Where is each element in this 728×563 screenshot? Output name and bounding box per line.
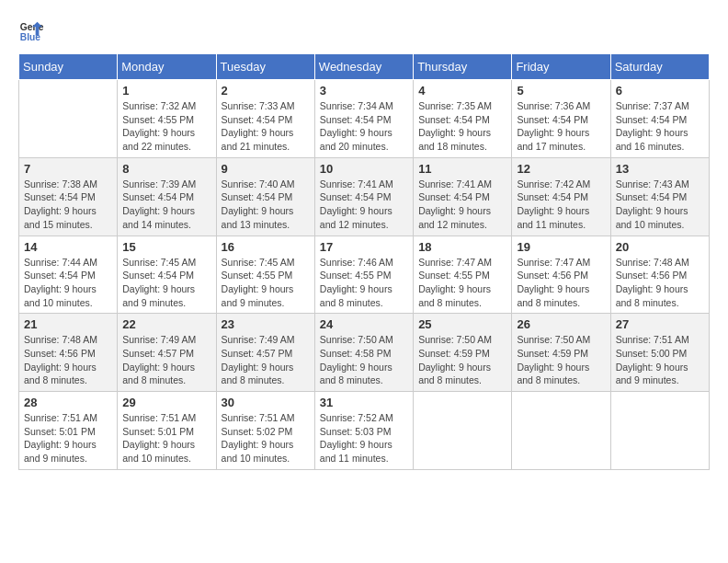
day-info: Sunrise: 7:51 AM Sunset: 5:01 PM Dayligh…	[24, 411, 112, 465]
weekday-header-wednesday: Wednesday	[314, 54, 413, 80]
day-info: Sunrise: 7:49 AM Sunset: 4:57 PM Dayligh…	[222, 333, 310, 387]
calendar-day-2: 2Sunrise: 7:33 AM Sunset: 4:54 PM Daylig…	[216, 80, 314, 158]
calendar-day-31: 31Sunrise: 7:52 AM Sunset: 5:03 PM Dayli…	[314, 392, 413, 470]
day-number: 14	[24, 240, 112, 254]
calendar-day-28: 28Sunrise: 7:51 AM Sunset: 5:01 PM Dayli…	[19, 392, 118, 470]
day-number: 4	[418, 84, 506, 98]
day-number: 6	[616, 84, 704, 98]
calendar-day-23: 23Sunrise: 7:49 AM Sunset: 4:57 PM Dayli…	[216, 314, 314, 392]
calendar-body: 1Sunrise: 7:32 AM Sunset: 4:55 PM Daylig…	[19, 80, 710, 470]
calendar-day-18: 18Sunrise: 7:47 AM Sunset: 4:55 PM Dayli…	[414, 236, 512, 314]
day-info: Sunrise: 7:44 AM Sunset: 4:54 PM Dayligh…	[24, 256, 112, 310]
day-number: 8	[122, 162, 210, 176]
page-header: General Blue	[18, 18, 710, 44]
day-info: Sunrise: 7:49 AM Sunset: 4:57 PM Dayligh…	[122, 333, 210, 387]
day-info: Sunrise: 7:40 AM Sunset: 4:54 PM Dayligh…	[222, 178, 310, 232]
calendar-day-14: 14Sunrise: 7:44 AM Sunset: 4:54 PM Dayli…	[19, 236, 118, 314]
calendar-empty-cell	[414, 392, 512, 470]
day-info: Sunrise: 7:34 AM Sunset: 4:54 PM Dayligh…	[320, 99, 408, 154]
calendar-day-29: 29Sunrise: 7:51 AM Sunset: 5:01 PM Dayli…	[118, 392, 216, 470]
weekday-header-tuesday: Tuesday	[216, 54, 314, 80]
day-number: 24	[320, 317, 408, 331]
day-info: Sunrise: 7:36 AM Sunset: 4:54 PM Dayligh…	[517, 99, 605, 154]
day-number: 2	[222, 84, 310, 98]
day-info: Sunrise: 7:42 AM Sunset: 4:54 PM Dayligh…	[517, 178, 605, 232]
calendar-day-26: 26Sunrise: 7:50 AM Sunset: 4:59 PM Dayli…	[512, 314, 610, 392]
day-number: 11	[418, 162, 506, 176]
calendar-day-20: 20Sunrise: 7:48 AM Sunset: 4:56 PM Dayli…	[610, 236, 709, 314]
calendar-empty-cell	[512, 392, 610, 470]
day-number: 30	[222, 396, 310, 409]
day-number: 5	[517, 84, 605, 98]
calendar-day-5: 5Sunrise: 7:36 AM Sunset: 4:54 PM Daylig…	[512, 80, 610, 158]
weekday-header-saturday: Saturday	[610, 54, 709, 80]
svg-text:General: General	[20, 22, 44, 32]
calendar-day-4: 4Sunrise: 7:35 AM Sunset: 4:54 PM Daylig…	[414, 80, 512, 158]
calendar-day-27: 27Sunrise: 7:51 AM Sunset: 5:00 PM Dayli…	[610, 314, 709, 392]
day-number: 7	[24, 162, 112, 176]
day-info: Sunrise: 7:45 AM Sunset: 4:55 PM Dayligh…	[222, 256, 310, 310]
day-number: 21	[24, 317, 112, 331]
day-info: Sunrise: 7:41 AM Sunset: 4:54 PM Dayligh…	[320, 178, 408, 232]
calendar-day-13: 13Sunrise: 7:43 AM Sunset: 4:54 PM Dayli…	[610, 157, 709, 236]
calendar-week-row: 1Sunrise: 7:32 AM Sunset: 4:55 PM Daylig…	[19, 80, 710, 158]
calendar-week-row: 14Sunrise: 7:44 AM Sunset: 4:54 PM Dayli…	[19, 236, 710, 314]
day-info: Sunrise: 7:41 AM Sunset: 4:54 PM Dayligh…	[418, 178, 506, 232]
day-number: 27	[616, 317, 704, 331]
calendar-day-9: 9Sunrise: 7:40 AM Sunset: 4:54 PM Daylig…	[216, 157, 314, 236]
day-info: Sunrise: 7:35 AM Sunset: 4:54 PM Dayligh…	[418, 99, 506, 154]
calendar-day-19: 19Sunrise: 7:47 AM Sunset: 4:56 PM Dayli…	[512, 236, 610, 314]
calendar-day-1: 1Sunrise: 7:32 AM Sunset: 4:55 PM Daylig…	[118, 80, 216, 158]
calendar-day-7: 7Sunrise: 7:38 AM Sunset: 4:54 PM Daylig…	[19, 157, 118, 236]
day-number: 26	[517, 317, 605, 331]
day-number: 25	[418, 317, 506, 331]
calendar-day-21: 21Sunrise: 7:48 AM Sunset: 4:56 PM Dayli…	[19, 314, 118, 392]
day-info: Sunrise: 7:50 AM Sunset: 4:59 PM Dayligh…	[418, 333, 506, 387]
day-info: Sunrise: 7:51 AM Sunset: 5:02 PM Dayligh…	[222, 411, 310, 465]
calendar-week-row: 28Sunrise: 7:51 AM Sunset: 5:01 PM Dayli…	[19, 392, 710, 470]
day-info: Sunrise: 7:38 AM Sunset: 4:54 PM Dayligh…	[24, 178, 112, 232]
calendar-week-row: 7Sunrise: 7:38 AM Sunset: 4:54 PM Daylig…	[19, 157, 710, 236]
day-number: 10	[320, 162, 408, 176]
day-number: 20	[616, 240, 704, 254]
calendar-day-8: 8Sunrise: 7:39 AM Sunset: 4:54 PM Daylig…	[118, 157, 216, 236]
calendar-day-30: 30Sunrise: 7:51 AM Sunset: 5:02 PM Dayli…	[216, 392, 314, 470]
weekday-header-friday: Friday	[512, 54, 610, 80]
day-info: Sunrise: 7:37 AM Sunset: 4:54 PM Dayligh…	[616, 99, 704, 154]
calendar-empty-cell	[610, 392, 709, 470]
weekday-header-row: SundayMondayTuesdayWednesdayThursdayFrid…	[19, 54, 710, 80]
day-info: Sunrise: 7:32 AM Sunset: 4:55 PM Dayligh…	[122, 99, 210, 154]
day-info: Sunrise: 7:46 AM Sunset: 4:55 PM Dayligh…	[320, 256, 408, 310]
day-info: Sunrise: 7:52 AM Sunset: 5:03 PM Dayligh…	[320, 411, 408, 465]
day-info: Sunrise: 7:51 AM Sunset: 5:00 PM Dayligh…	[616, 333, 704, 387]
day-number: 15	[122, 240, 210, 254]
day-number: 23	[222, 317, 310, 331]
day-number: 17	[320, 240, 408, 254]
logo-icon: General Blue	[18, 18, 44, 44]
day-info: Sunrise: 7:43 AM Sunset: 4:54 PM Dayligh…	[616, 178, 704, 232]
day-number: 18	[418, 240, 506, 254]
calendar-day-25: 25Sunrise: 7:50 AM Sunset: 4:59 PM Dayli…	[414, 314, 512, 392]
calendar-day-24: 24Sunrise: 7:50 AM Sunset: 4:58 PM Dayli…	[314, 314, 413, 392]
weekday-header-sunday: Sunday	[19, 54, 118, 80]
calendar-day-10: 10Sunrise: 7:41 AM Sunset: 4:54 PM Dayli…	[314, 157, 413, 236]
day-number: 19	[517, 240, 605, 254]
day-number: 16	[222, 240, 310, 254]
day-info: Sunrise: 7:45 AM Sunset: 4:54 PM Dayligh…	[122, 256, 210, 310]
weekday-header-thursday: Thursday	[414, 54, 512, 80]
day-number: 9	[222, 162, 310, 176]
day-info: Sunrise: 7:50 AM Sunset: 4:58 PM Dayligh…	[320, 333, 408, 387]
day-number: 3	[320, 84, 408, 98]
calendar-day-12: 12Sunrise: 7:42 AM Sunset: 4:54 PM Dayli…	[512, 157, 610, 236]
calendar-day-15: 15Sunrise: 7:45 AM Sunset: 4:54 PM Dayli…	[118, 236, 216, 314]
day-number: 28	[24, 396, 112, 409]
weekday-header-monday: Monday	[118, 54, 216, 80]
day-info: Sunrise: 7:47 AM Sunset: 4:55 PM Dayligh…	[418, 256, 506, 310]
day-number: 12	[517, 162, 605, 176]
day-number: 22	[122, 317, 210, 331]
calendar-day-16: 16Sunrise: 7:45 AM Sunset: 4:55 PM Dayli…	[216, 236, 314, 314]
calendar-empty-cell	[19, 80, 118, 158]
calendar-header: SundayMondayTuesdayWednesdayThursdayFrid…	[19, 54, 710, 80]
calendar-day-17: 17Sunrise: 7:46 AM Sunset: 4:55 PM Dayli…	[314, 236, 413, 314]
logo: General Blue	[18, 18, 44, 44]
